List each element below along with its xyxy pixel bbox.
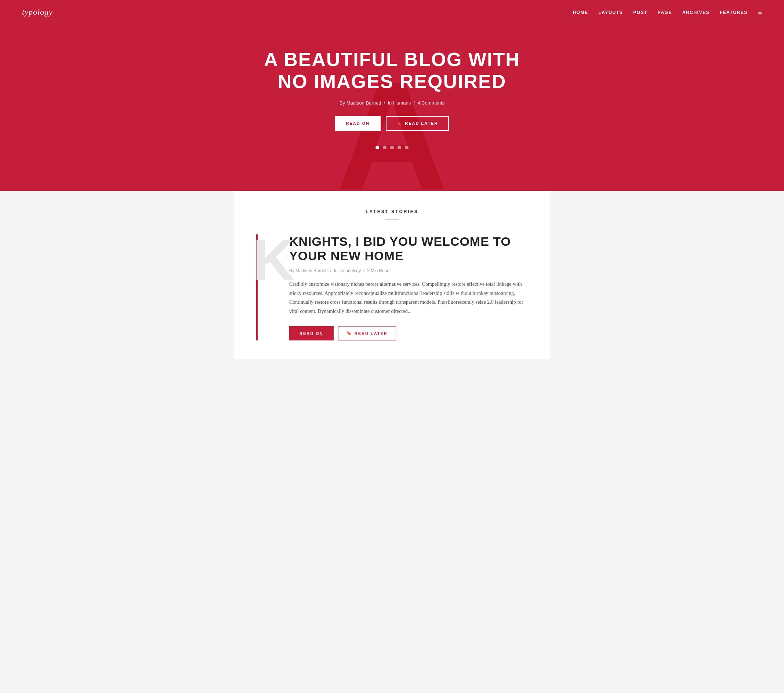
article-author[interactable]: Madison Barnett <box>295 268 328 273</box>
article-buttons: READ ON 🔖 READ LATER <box>289 326 528 340</box>
dot-5[interactable] <box>405 146 408 149</box>
dot-3[interactable] <box>390 146 394 149</box>
hamburger-menu[interactable]: ≡ <box>758 8 762 16</box>
article-read-on-button[interactable]: READ ON <box>289 326 334 340</box>
dot-4[interactable] <box>397 146 401 149</box>
bookmark-icon-article: 🔖 <box>346 331 352 336</box>
hero-dots <box>376 146 408 149</box>
hero-buttons: READ ON 🔖 READ LATER <box>335 116 449 131</box>
article-category[interactable]: Technology <box>339 268 361 273</box>
article-read-later-button[interactable]: 🔖 READ LATER <box>338 326 396 340</box>
article-content: KNIGHTS, I BID YOU WELCOME TO YOUR NEW H… <box>278 235 528 340</box>
site-logo[interactable]: typology <box>22 7 53 17</box>
hero-read-later-button[interactable]: 🔖 READ LATER <box>386 116 449 131</box>
nav-item-home[interactable]: HOME <box>573 9 588 15</box>
hero-read-on-button[interactable]: READ ON <box>335 116 381 131</box>
nav-item-archives[interactable]: ARCHIVES <box>682 9 710 15</box>
dot-2[interactable] <box>383 146 387 149</box>
article-meta: By Madison Barnett / In Technology / 2 M… <box>289 268 528 273</box>
hero-section: A A BEAUTIFUL BLOG WITH NO IMAGES REQUIR… <box>0 0 784 191</box>
article-border <box>256 235 258 340</box>
article-read-time: 2 Min Read <box>367 268 389 273</box>
hero-comments: 4 Comments <box>417 100 445 106</box>
hero-category[interactable]: Humans <box>393 100 411 106</box>
nav-links: HOME LAYOUTS POST PAGE ARCHIVES FEATURES… <box>573 8 762 16</box>
section-title: LATEST STORIES <box>256 209 528 214</box>
article-item: K KNIGHTS, I BID YOU WELCOME TO YOUR NEW… <box>256 235 528 340</box>
navigation: typology HOME LAYOUTS POST PAGE ARCHIVES… <box>0 0 784 24</box>
white-card: LATEST STORIES K KNIGHTS, I BID YOU WELC… <box>234 191 550 359</box>
latest-stories-section: LATEST STORIES K KNIGHTS, I BID YOU WELC… <box>0 191 784 359</box>
dot-1[interactable] <box>376 146 379 149</box>
nav-item-page[interactable]: PAGE <box>658 9 672 15</box>
article-letter-col: K <box>256 235 278 340</box>
bookmark-icon: 🔖 <box>397 121 403 126</box>
section-divider <box>385 219 399 220</box>
nav-item-features[interactable]: FEATURES <box>720 9 748 15</box>
hero-author[interactable]: Madison Barnett <box>346 100 381 106</box>
article-excerpt: Credibly customize visionary niches befo… <box>289 280 528 316</box>
nav-item-layouts[interactable]: LAYOUTS <box>598 9 623 15</box>
hero-meta: By Madison Barnett / In Humans / 4 Comme… <box>339 100 445 106</box>
hero-title: A BEAUTIFUL BLOG WITH NO IMAGES REQUIRED <box>249 49 535 93</box>
article-title[interactable]: KNIGHTS, I BID YOU WELCOME TO YOUR NEW H… <box>289 235 528 263</box>
section-header: LATEST STORIES <box>256 209 528 220</box>
nav-item-post[interactable]: POST <box>633 9 647 15</box>
